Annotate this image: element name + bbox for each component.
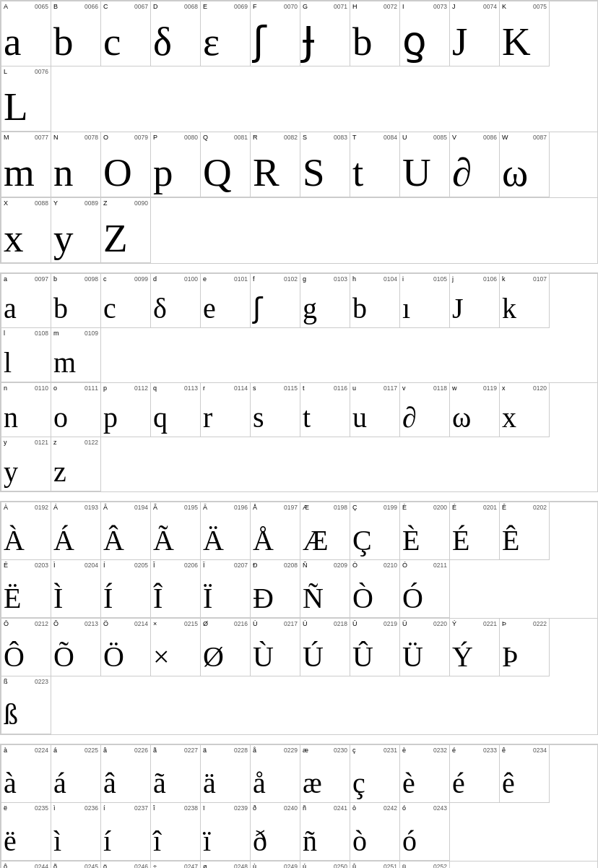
char-glyph: à [4, 756, 48, 801]
char-glyph: m [53, 339, 98, 380]
char-glyph: z [53, 448, 98, 489]
char-glyph: b [53, 12, 98, 64]
char-glyph: ∂ [452, 143, 497, 195]
char-cell-0121: y0121y [1, 437, 51, 491]
char-letter: Ê [502, 504, 506, 512]
char-cell-0068: D0068δ [151, 1, 201, 66]
char-glyph: Ì [53, 571, 98, 616]
char-code: 0066 [84, 3, 98, 11]
char-code: 0232 [433, 747, 447, 755]
char-glyph: s [253, 394, 298, 435]
char-letter: H [352, 3, 358, 11]
char-letter: Z [103, 199, 108, 207]
char-code: 0214 [134, 620, 148, 628]
char-letter: É [452, 504, 456, 512]
char-cell-0252: ü0252ü [400, 861, 450, 868]
char-letter: Ð [253, 562, 258, 570]
char-glyph: n [4, 394, 48, 435]
char-letter: Ô [4, 620, 9, 628]
char-code: 0241 [334, 804, 347, 812]
char-cell-0226: â0226â [101, 745, 151, 803]
char-cell-0116: t0116t [300, 383, 350, 437]
char-glyph: b [352, 285, 397, 326]
char-cell-0216: Ø0216Ø [201, 619, 251, 676]
char-cell-0079: O0079O [101, 132, 151, 197]
char-glyph: ı [402, 285, 447, 326]
char-code: 0194 [134, 504, 148, 512]
char-letter: ê [502, 747, 506, 755]
char-cell-0221: Ý0221Ý [450, 619, 500, 676]
char-glyph: c [103, 285, 148, 326]
char-cell-0071: G0071Ɉ [300, 1, 350, 66]
char-letter: a [4, 275, 7, 283]
char-code: 0119 [483, 384, 497, 392]
char-glyph: Î [153, 571, 198, 616]
char-letter: P [153, 134, 157, 142]
char-glyph: Â [103, 513, 148, 558]
char-letter: N [53, 134, 58, 142]
char-glyph: Ù [253, 629, 298, 674]
char-code: 0212 [35, 620, 48, 628]
char-cell-0246: ö0246ö [101, 861, 151, 868]
char-code: 0224 [35, 747, 48, 755]
char-letter: Õ [53, 620, 58, 628]
char-glyph: è [402, 756, 447, 801]
char-letter: î [153, 804, 155, 812]
char-code: 0097 [35, 275, 48, 283]
char-letter: x [502, 384, 506, 392]
char-code: 0217 [284, 620, 298, 628]
char-code: 0229 [284, 747, 298, 755]
char-code: 0100 [184, 275, 198, 283]
char-glyph: Ã [153, 513, 198, 558]
char-letter: × [153, 620, 157, 628]
char-code: 0104 [384, 275, 397, 283]
char-code: 0108 [35, 330, 48, 338]
char-cell-0074: J0074J [450, 1, 500, 66]
char-cell-0072: H0072b [350, 1, 400, 66]
char-code: 0106 [483, 275, 497, 283]
char-code: 0111 [84, 384, 98, 392]
char-code: 0201 [483, 504, 497, 512]
char-glyph: y [4, 448, 48, 489]
char-letter: G [303, 3, 308, 11]
char-cell-0203: Ë0203Ë [1, 560, 51, 618]
char-code: 0072 [384, 3, 397, 11]
char-glyph: p [153, 143, 198, 195]
char-letter: X [4, 199, 8, 207]
char-cell-0219: Û0219Û [350, 619, 400, 676]
char-cell-0110: n0110n [1, 383, 51, 437]
char-glyph: Ô [4, 629, 48, 674]
char-letter: ÷ [153, 863, 157, 868]
char-cell-0244: ô0244ô [1, 861, 51, 868]
char-code: 0122 [84, 439, 98, 447]
char-letter: Þ [502, 620, 506, 628]
lowercase-section: a0097ab0098bc0099cd0100δe0101ef0102ʃg010… [0, 272, 598, 492]
char-code: 0090 [134, 199, 148, 207]
char-cell-0202: Ê0202Ê [500, 502, 550, 560]
char-code: 0071 [334, 3, 347, 11]
char-code: 0121 [35, 439, 48, 447]
char-letter: Á [53, 504, 58, 512]
char-letter: g [303, 275, 306, 283]
char-glyph: × [153, 629, 198, 674]
char-letter: m [53, 330, 59, 338]
char-code: 0233 [483, 747, 497, 755]
char-letter: û [352, 863, 356, 868]
char-cell-0193: Á0193Á [51, 502, 101, 560]
char-glyph: î [153, 814, 198, 859]
char-cell-0237: í0237í [101, 803, 151, 861]
char-letter: ö [103, 863, 107, 868]
char-letter: À [4, 504, 8, 512]
char-code: 0228 [234, 747, 248, 755]
char-glyph: Ü [402, 629, 447, 674]
uppercase-row-2: M0077mN0078nO0079OP0080pQ0081QR0082RS008… [1, 132, 597, 197]
char-letter: D [153, 3, 158, 11]
char-glyph: Á [53, 513, 98, 558]
char-cell-0194: Â0194Â [101, 502, 151, 560]
char-code: 0223 [35, 678, 48, 686]
char-cell-0214: Ö0214Ö [101, 619, 151, 676]
char-glyph: J [452, 285, 497, 326]
char-glyph: t [352, 143, 397, 195]
char-code: 0070 [284, 3, 298, 11]
char-cell-0204: Ì0204Ì [51, 560, 101, 618]
